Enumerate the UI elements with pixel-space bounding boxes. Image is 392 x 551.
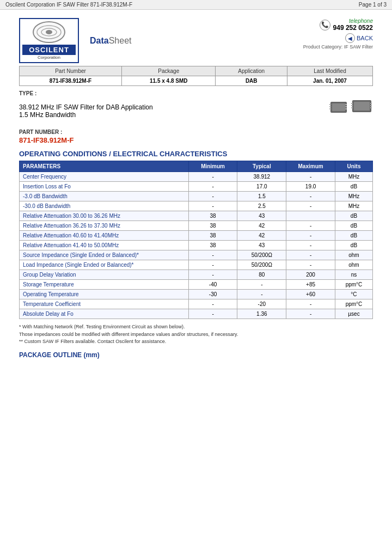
param-value: - [286, 231, 335, 241]
logo-box: OSCILENT Corporation [19, 18, 79, 63]
char-table: PARAMETERS Minimum Typical Maximum Units… [19, 161, 373, 319]
col-part-number: Part Number [20, 66, 122, 76]
type-text: 38.912 MHz IF SAW Filter for DAB Applica… [19, 103, 153, 119]
package-outline-title: PACKAGE OUTLINE (mm) [19, 351, 373, 359]
param-value: 50/200Ω [237, 260, 286, 270]
param-value: 1.5 [237, 192, 286, 201]
param-value: MHz [335, 192, 372, 201]
param-value: - [188, 250, 237, 260]
param-value: ohm [335, 250, 372, 260]
svg-rect-9 [345, 104, 347, 105]
param-value: µsec [335, 309, 372, 319]
table-row: Operating Temperature-30-+60°C [20, 290, 373, 299]
svg-rect-8 [329, 108, 331, 109]
param-value: MHz [335, 172, 372, 182]
param-name: Relative Attenuation 30.00 to 36.26 MHz [20, 211, 189, 221]
param-value: 2.5 [237, 201, 286, 211]
table-row: Group Delay Variation-80200ns [20, 270, 373, 280]
table-row: Insertion Loss at Fo-17.019.0dB [20, 182, 373, 192]
th-typical: Typical [237, 161, 286, 172]
type-section: TYPE : 38.912 MHz IF SAW Filter for DAB … [19, 90, 373, 125]
header-right: Page 1 of 3 [359, 2, 387, 8]
svg-rect-15 [351, 103, 353, 104]
val-application: DAB [216, 76, 287, 86]
param-value: -40 [188, 280, 237, 290]
svg-rect-6 [329, 104, 331, 105]
param-name: Insertion Loss at Fo [20, 182, 189, 192]
th-parameters: PARAMETERS [20, 161, 189, 172]
param-value: - [188, 309, 237, 319]
logo-corp: Corporation [38, 55, 60, 60]
param-value [286, 211, 335, 221]
param-name: Relative Attenuation 36.26 to 37.30 MHz [20, 221, 189, 231]
sheet-label: Sheet [109, 36, 132, 46]
table-row: -30.0 dB Bandwidth-2.5-MHz [20, 201, 373, 211]
col-application: Application [216, 66, 287, 76]
param-name: Absolute Delay at Fo [20, 309, 189, 319]
svg-rect-17 [351, 107, 353, 108]
th-units: Units [335, 161, 372, 172]
table-row: Relative Attenuation 40.60 to 41.40MHz38… [20, 231, 373, 241]
param-name: Group Delay Variation [20, 270, 189, 280]
param-value: 38 [188, 221, 237, 231]
page-header: Oscilent Corporation IF SAW Filter 871-I… [0, 0, 392, 10]
logo-circle [33, 21, 65, 43]
svg-rect-16 [351, 105, 353, 106]
data-sheet-label: Data Sheet [90, 36, 132, 46]
param-value: - [286, 260, 335, 270]
logo-left: OSCILENT Corporation Data Sheet [19, 18, 132, 63]
phone-icon: 📞 [320, 20, 330, 30]
type-line2: 1.5 MHz Bandwidth [19, 111, 153, 119]
param-value: dB [335, 211, 372, 221]
param-value: - [188, 270, 237, 280]
param-value: 19.0 [286, 182, 335, 192]
param-value: - [188, 260, 237, 270]
param-value: - [188, 172, 237, 182]
phone-info: telephone 949 252 0522 [333, 18, 373, 32]
param-value: ohm [335, 260, 372, 270]
param-name: Center Frequency [20, 172, 189, 182]
param-value: - [286, 250, 335, 260]
svg-rect-10 [345, 106, 347, 107]
param-value: dB [335, 231, 372, 241]
param-value: 38.912 [237, 172, 286, 182]
table-row: Storage Temperature-40-+85ppm°C [20, 280, 373, 290]
param-value: - [237, 290, 286, 299]
val-last-modified: Jan. 01, 2007 [287, 76, 372, 86]
param-value: - [286, 241, 335, 250]
val-part-number: 871-IF38.912M-F [20, 76, 122, 86]
logo-svg [35, 24, 63, 40]
param-value: - [286, 172, 335, 182]
back-button[interactable]: ◀ BACK [303, 33, 373, 43]
logo-area: OSCILENT Corporation Data Sheet 📞 teleph… [19, 18, 373, 63]
param-value: °C [335, 290, 372, 299]
th-maximum: Maximum [286, 161, 335, 172]
param-value: - [286, 201, 335, 211]
phone-number: 949 252 0522 [333, 24, 373, 32]
svg-rect-7 [329, 106, 331, 107]
part-number-value: 871-IF38.912M-F [19, 136, 373, 144]
param-value: 1.36 [237, 309, 286, 319]
param-value: MHz [335, 201, 372, 211]
telephone-label: telephone [333, 18, 373, 24]
param-value: +85 [286, 280, 335, 290]
svg-rect-20 [370, 107, 372, 108]
part-info-table: Part Number Package Application Last Mod… [19, 66, 373, 86]
param-value: +60 [286, 290, 335, 299]
table-row: Relative Attenuation 41.40 to 50.00MHz38… [20, 241, 373, 250]
svg-rect-5 [332, 103, 345, 111]
type-label: TYPE : [19, 90, 373, 96]
param-value: 200 [286, 270, 335, 280]
param-value: dB [335, 221, 372, 231]
header-left: Oscilent Corporation IF SAW Filter 871-I… [5, 2, 132, 8]
svg-rect-19 [370, 105, 372, 106]
part-number-section: PART NUMBER : 871-IF38.912M-F [19, 129, 373, 144]
back-label: BACK [357, 35, 373, 41]
param-name: Temperature Coefficient [20, 299, 189, 309]
param-value: 38 [188, 211, 237, 221]
param-value: ppm°C [335, 280, 372, 290]
phone-row: 📞 telephone 949 252 0522 [303, 18, 373, 32]
param-value: - [237, 280, 286, 290]
param-value: - [286, 309, 335, 319]
param-value: 50/200Ω [237, 250, 286, 260]
